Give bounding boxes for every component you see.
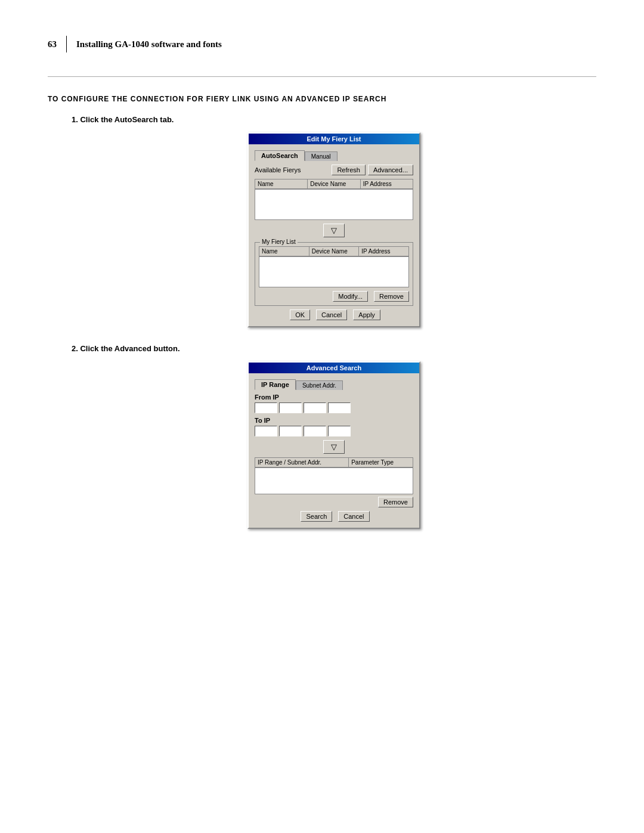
- from-ip-field-4[interactable]: [328, 402, 351, 413]
- tab-manual[interactable]: Manual: [305, 151, 338, 161]
- mf-col-device: Device Name: [309, 247, 360, 256]
- to-ip-field-2[interactable]: [279, 426, 302, 436]
- to-ip-field-1[interactable]: [255, 426, 277, 436]
- my-fiery-list-header: Name Device Name IP Address: [259, 246, 409, 256]
- available-list-area: [255, 189, 413, 220]
- to-ip-inputs: [255, 426, 413, 436]
- remove-button[interactable]: Remove: [374, 291, 409, 302]
- adv-cancel-button[interactable]: Cancel: [338, 511, 369, 522]
- from-ip-field-3[interactable]: [304, 402, 326, 413]
- edit-fiery-list-body: AutoSearch Manual Available Fierys Refre…: [249, 144, 419, 326]
- my-fiery-group: My Fiery List Name Device Name IP Addres…: [255, 242, 413, 306]
- step-2-text: Click the Advanced button.: [80, 344, 179, 353]
- bottom-buttons: OK Cancel Apply: [255, 309, 413, 320]
- advanced-button[interactable]: Advanced...: [368, 165, 413, 175]
- from-ip-label: From IP: [255, 394, 413, 401]
- mf-col-name: Name: [259, 247, 309, 256]
- available-fierys-row: Available Fierys Refresh Advanced...: [255, 165, 413, 175]
- step-1-text: Click the AutoSearch tab.: [80, 115, 174, 124]
- col-device-name: Device Name: [308, 179, 360, 188]
- tab-ip-range[interactable]: IP Range: [255, 379, 296, 390]
- to-ip-field-4[interactable]: [328, 426, 351, 436]
- advanced-search-body: IP Range Subnet Addr. From IP To IP: [249, 373, 419, 528]
- adv-remove-button[interactable]: Remove: [378, 497, 413, 507]
- adv-add-arrow-row: ▽: [255, 440, 413, 454]
- modify-button[interactable]: Modify...: [333, 291, 368, 302]
- adv-remove-row: Remove: [255, 497, 413, 507]
- tab-autosearch[interactable]: AutoSearch: [255, 150, 305, 161]
- page-number: 63: [48, 39, 57, 49]
- tab-subnet-addr[interactable]: Subnet Addr.: [296, 380, 343, 390]
- adv-tab-row: IP Range Subnet Addr.: [255, 379, 413, 390]
- advanced-search-titlebar: Advanced Search: [249, 363, 419, 373]
- adv-add-arrow-button[interactable]: ▽: [323, 440, 345, 454]
- col-ip-address: IP Address: [361, 179, 413, 188]
- ok-button[interactable]: OK: [290, 309, 310, 320]
- add-arrow-button[interactable]: ▽: [323, 224, 345, 237]
- apply-button[interactable]: Apply: [353, 309, 380, 320]
- page-container: 63 Installing GA-1040 software and fonts…: [0, 0, 644, 833]
- param-type-col: Parameter Type: [349, 458, 413, 467]
- tab-row: AutoSearch Manual: [255, 150, 413, 161]
- section-heading: To configure the connection for Fiery Li…: [48, 95, 596, 103]
- step-1: 1. Click the AutoSearch tab. Edit My Fie…: [72, 115, 596, 327]
- step-1-label: 1. Click the AutoSearch tab.: [72, 115, 596, 124]
- my-fiery-list-area: [259, 256, 409, 287]
- page-header: 63 Installing GA-1040 software and fonts: [48, 36, 596, 52]
- to-ip-field-3[interactable]: [304, 426, 326, 436]
- advanced-search-dialog: Advanced Search IP Range Subnet Addr. Fr…: [247, 361, 420, 529]
- refresh-button[interactable]: Refresh: [332, 165, 366, 175]
- search-button[interactable]: Search: [301, 511, 332, 522]
- to-ip-label: To IP: [255, 417, 413, 424]
- edit-fiery-list-dialog: Edit My Fiery List AutoSearch Manual Ava…: [247, 132, 420, 327]
- vertical-rule: [66, 36, 67, 52]
- edit-fiery-list-titlebar: Edit My Fiery List: [249, 134, 419, 144]
- ip-range-header-row: IP Range / Subnet Addr. Parameter Type: [255, 457, 413, 467]
- mf-col-ip: IP Address: [359, 247, 408, 256]
- available-list-header: Name Device Name IP Address: [255, 179, 413, 189]
- search-cancel-row: Search Cancel: [255, 511, 413, 522]
- step-2-number: 2.: [72, 344, 78, 353]
- from-ip-inputs: [255, 402, 413, 413]
- step-2: 2. Click the Advanced button. Advanced S…: [72, 344, 596, 529]
- modify-remove-row: Modify... Remove: [259, 291, 409, 302]
- from-ip-field-1[interactable]: [255, 402, 277, 413]
- cancel-button[interactable]: Cancel: [316, 309, 347, 320]
- hr-divider: [48, 76, 596, 77]
- available-fierys-label: Available Fierys: [255, 166, 301, 174]
- step-2-label: 2. Click the Advanced button.: [72, 344, 596, 353]
- step-1-number: 1.: [72, 115, 78, 124]
- page-title: Installing GA-1040 software and fonts: [76, 39, 222, 49]
- from-ip-field-2[interactable]: [279, 402, 302, 413]
- ip-range-col: IP Range / Subnet Addr.: [255, 458, 349, 467]
- ip-list-area: [255, 467, 413, 494]
- add-arrow-row: ▽: [255, 224, 413, 237]
- col-name: Name: [255, 179, 308, 188]
- my-fiery-group-label: My Fiery List: [260, 239, 298, 245]
